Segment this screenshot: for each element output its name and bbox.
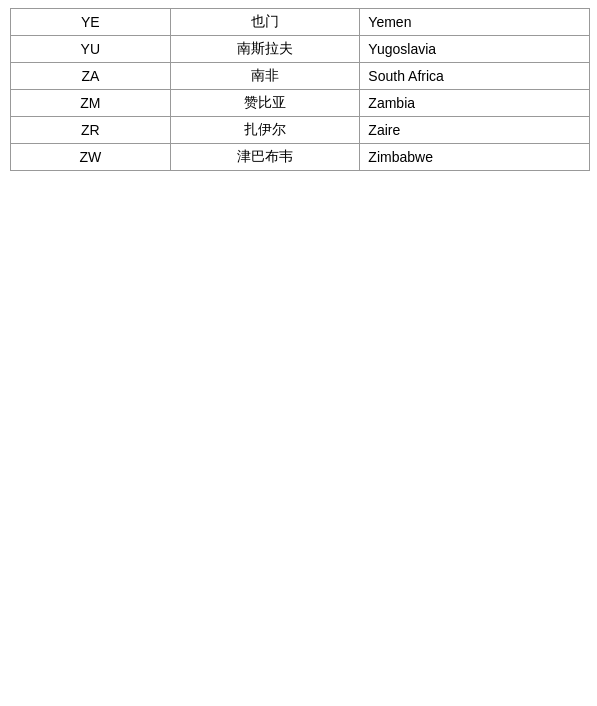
country-english: Yemen [360, 9, 590, 36]
table-row: ZM赞比亚Zambia [11, 90, 590, 117]
country-english: Zimbabwe [360, 144, 590, 171]
country-table: YE也门YemenYU南斯拉夫YugoslaviaZA南非South Afric… [10, 8, 590, 171]
country-chinese: 赞比亚 [170, 90, 360, 117]
country-chinese: 津巴布韦 [170, 144, 360, 171]
country-chinese: 也门 [170, 9, 360, 36]
country-code: ZW [11, 144, 171, 171]
country-code: ZA [11, 63, 171, 90]
table-row: YE也门Yemen [11, 9, 590, 36]
table-row: ZW津巴布韦Zimbabwe [11, 144, 590, 171]
country-chinese: 南斯拉夫 [170, 36, 360, 63]
table-row: ZA南非South Africa [11, 63, 590, 90]
country-code: ZR [11, 117, 171, 144]
country-code: YU [11, 36, 171, 63]
country-english: Zambia [360, 90, 590, 117]
country-english: South Africa [360, 63, 590, 90]
table-row: ZR扎伊尔Zaire [11, 117, 590, 144]
country-chinese: 扎伊尔 [170, 117, 360, 144]
main-container: YE也门YemenYU南斯拉夫YugoslaviaZA南非South Afric… [0, 0, 597, 179]
country-english: Yugoslavia [360, 36, 590, 63]
country-english: Zaire [360, 117, 590, 144]
country-code: ZM [11, 90, 171, 117]
table-row: YU南斯拉夫Yugoslavia [11, 36, 590, 63]
country-code: YE [11, 9, 171, 36]
country-chinese: 南非 [170, 63, 360, 90]
